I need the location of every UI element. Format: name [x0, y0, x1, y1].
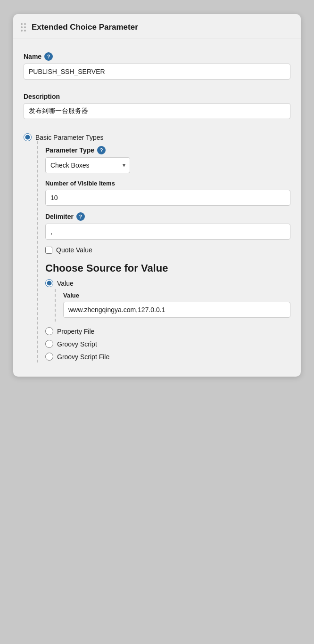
name-input[interactable]	[24, 64, 290, 80]
value-input[interactable]	[63, 302, 290, 318]
groovy-script-radio[interactable]	[45, 340, 53, 348]
property-file-radio[interactable]	[45, 327, 53, 335]
quote-value-row[interactable]: Quote Value	[45, 246, 290, 254]
basic-parameter-types-radio-option[interactable]: Basic Parameter Types	[24, 133, 290, 141]
name-section: Name ?	[13, 46, 301, 80]
property-file-radio-option[interactable]: Property File	[45, 327, 290, 335]
value-sub-label: Value	[63, 292, 290, 299]
visible-items-label: Number of Visible Items	[45, 180, 290, 187]
param-type-help-icon[interactable]: ?	[97, 146, 106, 154]
value-radio-option[interactable]: Value	[45, 279, 290, 287]
extended-choice-parameter-card: Extended Choice Parameter Name ? Descrip…	[13, 14, 301, 377]
value-radio[interactable]	[45, 279, 53, 287]
groovy-script-label: Groovy Script	[57, 340, 97, 348]
value-inner-section: Value	[55, 289, 290, 322]
groovy-script-file-radio-option[interactable]: Groovy Script File	[45, 353, 290, 361]
choose-source-title: Choose Source for Value	[45, 262, 290, 274]
basic-parameter-types-indented: Parameter Type ? Check Boxes Radio Butto…	[37, 141, 290, 362]
visible-items-section: Number of Visible Items	[45, 180, 290, 206]
basic-parameter-types-radio[interactable]	[24, 133, 32, 141]
param-type-select-wrapper: Check Boxes Radio Buttons Single Select …	[45, 157, 130, 173]
param-type-select[interactable]: Check Boxes Radio Buttons Single Select …	[45, 157, 130, 173]
delimiter-input[interactable]	[45, 224, 290, 240]
param-type-label: Parameter Type ?	[45, 146, 290, 154]
property-file-label: Property File	[57, 328, 94, 335]
card-header: Extended Choice Parameter	[13, 14, 301, 39]
delimiter-label: Delimiter ?	[45, 212, 290, 221]
description-section: Description	[13, 86, 301, 119]
visible-items-input[interactable]	[45, 190, 290, 206]
quote-value-checkbox[interactable]	[45, 247, 52, 254]
parameter-types-section: Basic Parameter Types Parameter Type ? C…	[13, 127, 301, 362]
drag-handle-icon	[21, 23, 26, 32]
groovy-script-file-radio[interactable]	[45, 353, 53, 361]
name-label: Name ?	[24, 52, 290, 61]
groovy-script-radio-option[interactable]: Groovy Script	[45, 340, 290, 348]
description-input[interactable]	[24, 103, 290, 119]
choose-source-section: Choose Source for Value Value Value Prop…	[45, 262, 290, 361]
quote-value-label: Quote Value	[56, 246, 92, 254]
basic-parameter-types-label: Basic Parameter Types	[35, 134, 103, 141]
delimiter-section: Delimiter ?	[45, 212, 290, 240]
name-help-icon[interactable]: ?	[44, 52, 53, 61]
delimiter-help-icon[interactable]: ?	[76, 212, 85, 221]
description-label: Description	[24, 93, 290, 100]
value-radio-label: Value	[57, 280, 74, 287]
groovy-script-file-label: Groovy Script File	[57, 353, 109, 361]
card-title: Extended Choice Parameter	[32, 23, 138, 32]
